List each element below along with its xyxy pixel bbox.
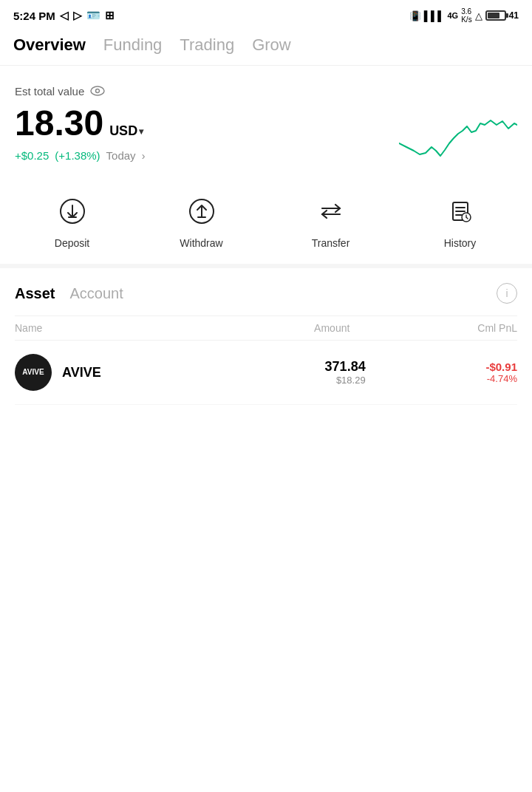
send-icon: ▷ (73, 9, 82, 22)
tab-overview[interactable]: Overview (13, 35, 86, 56)
asset-pnl-col: -$0.91 -4.74% (366, 361, 517, 384)
tab-account[interactable]: Account (69, 285, 123, 302)
table-row[interactable]: AVIVE AVIVE 371.84 $18.29 -$0.91 -4.74% (15, 341, 517, 405)
transfer-label: Transfer (312, 237, 350, 249)
value-row: 18.30 USD ▾ +$0.25 (+1.38%) Today › (15, 103, 517, 162)
history-label: History (444, 237, 477, 249)
change-arrow-icon[interactable]: › (142, 150, 146, 162)
asset-amount-col: 371.84 $18.29 (214, 359, 365, 386)
battery-icon (485, 10, 506, 21)
nav-arrow-icon: ◁ (60, 9, 69, 22)
network-speed: 3.6K/s (461, 7, 471, 24)
asset-pnl-pct: -4.74% (366, 373, 517, 384)
info-icon[interactable]: i (497, 283, 517, 304)
svg-point-1 (96, 89, 100, 93)
alert-icon: △ (475, 10, 482, 21)
currency-code: USD (109, 124, 137, 139)
asset-tabs-left: Asset Account (15, 285, 123, 302)
est-label-text: Est total value (15, 85, 84, 98)
asset-amount-usd: $18.29 (214, 375, 365, 386)
value-left: 18.30 USD ▾ +$0.25 (+1.38%) Today › (15, 104, 145, 162)
status-icons: 📳 ▌▌▌ 4G 3.6K/s △ 41 (409, 7, 519, 24)
total-value-display: 18.30 USD ▾ (15, 104, 145, 143)
change-pct: (+1.38%) (55, 149, 100, 162)
deposit-icon (52, 191, 92, 231)
asset-tabs-row: Asset Account i (15, 283, 517, 304)
asset-section: Asset Account i Name Amount Cml PnL AVIV… (0, 268, 532, 405)
asset-amount-main: 371.84 (214, 359, 365, 375)
table-header: Name Amount Cml PnL (15, 315, 517, 341)
col-name: Name (15, 322, 183, 334)
tab-funding[interactable]: Funding (103, 35, 163, 56)
col-pnl: Cml PnL (349, 322, 517, 334)
time-display: 5:24 PM (13, 10, 55, 22)
change-today: Today (106, 149, 136, 162)
change-amount: +$0.25 (15, 149, 49, 162)
total-value-number: 18.30 (15, 104, 103, 143)
signal-icon: ▌▌▌ (424, 10, 445, 21)
overview-section: Est total value 18.30 USD ▾ +$0.25 (+1.3… (0, 66, 532, 177)
tab-grow[interactable]: Grow (252, 35, 291, 56)
change-row: +$0.25 (+1.38%) Today › (15, 149, 145, 162)
status-time: 5:24 PM ◁ ▷ 🪪 ⊞ (13, 9, 115, 22)
withdraw-button[interactable]: Withdraw (172, 191, 231, 249)
asset-name: AVIVE (62, 365, 214, 380)
asset-logo-text: AVIVE (22, 368, 44, 377)
transfer-icon (311, 191, 351, 231)
nav-tabs: Overview Funding Trading Grow (0, 28, 532, 66)
deposit-label: Deposit (55, 237, 89, 249)
battery-level: 41 (509, 10, 519, 21)
transfer-button[interactable]: Transfer (301, 191, 361, 249)
action-buttons: Deposit Withdraw Transfer (0, 177, 532, 268)
card-icon: 🪪 (86, 9, 100, 22)
4g-icon: 4G (448, 11, 459, 20)
currency-chevron: ▾ (139, 127, 143, 137)
svg-point-0 (91, 86, 104, 95)
tab-trading[interactable]: Trading (180, 35, 234, 56)
history-icon (440, 191, 480, 231)
vibrate-icon: 📳 (409, 10, 421, 21)
asset-pnl-main: -$0.91 (366, 361, 517, 373)
currency-selector[interactable]: USD ▾ (109, 124, 143, 139)
eye-icon[interactable] (90, 83, 105, 98)
status-bar: 5:24 PM ◁ ▷ 🪪 ⊞ 📳 ▌▌▌ 4G 3.6K/s △ 41 (0, 0, 532, 28)
withdraw-label: Withdraw (180, 237, 222, 249)
withdraw-icon (182, 191, 222, 231)
tab-asset[interactable]: Asset (15, 285, 55, 302)
est-label-row: Est total value (15, 83, 517, 98)
grid-icon: ⊞ (105, 9, 115, 22)
history-button[interactable]: History (431, 191, 490, 249)
asset-logo: AVIVE (15, 354, 52, 391)
col-amount: Amount (183, 322, 350, 334)
deposit-button[interactable]: Deposit (43, 191, 102, 249)
mini-chart (399, 103, 517, 162)
